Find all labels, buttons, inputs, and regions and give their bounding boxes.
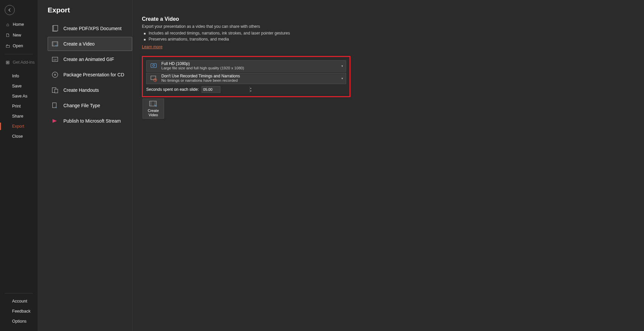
- sidebar-item-print[interactable]: Print: [0, 101, 38, 111]
- sidebar-label-addins: Get Add-ins: [13, 60, 35, 65]
- sidebar-label-save-as: Save As: [12, 94, 28, 98]
- svg-rect-10: [151, 64, 157, 68]
- sidebar-item-get-addins[interactable]: ⊞ Get Add-ins: [0, 57, 38, 68]
- seconds-input[interactable]: [202, 86, 250, 92]
- sidebar-item-save[interactable]: Save: [0, 81, 38, 91]
- page-title: Export: [48, 6, 132, 14]
- detail-subtitle: Export your presentation as a video that…: [142, 24, 644, 29]
- timings-title: Don't Use Recorded Timings and Narration…: [161, 74, 240, 78]
- file-icon: 🗋: [5, 32, 11, 38]
- timings-desc: No timings or narrations have been recor…: [161, 78, 240, 83]
- export-option-label: Package Presentation for CD: [63, 72, 124, 77]
- sidebar-label-account: Account: [12, 299, 27, 304]
- video-icon: [50, 40, 60, 48]
- export-options-panel: Export Create PDF/XPS Document Create a …: [38, 0, 132, 331]
- sidebar-item-share[interactable]: Share: [0, 111, 38, 121]
- arrow-left-icon: [7, 8, 12, 12]
- learn-more-link[interactable]: Learn more: [142, 45, 162, 49]
- spinner-up[interactable]: ▲: [250, 86, 252, 89]
- sidebar-label-export: Export: [12, 124, 24, 129]
- create-video-icon: [149, 100, 158, 108]
- sidebar-item-options[interactable]: Options: [0, 316, 38, 326]
- svg-rect-8: [55, 89, 58, 93]
- detail-bullet: Includes all recorded timings, narration…: [149, 30, 644, 36]
- sidebar-label-home: Home: [13, 22, 24, 27]
- monitor-icon: [149, 62, 158, 70]
- svg-rect-14: [150, 101, 156, 106]
- highlighted-settings-box: Full HD (1080p) Large file size and full…: [142, 56, 351, 97]
- svg-rect-12: [151, 76, 156, 80]
- spinner-down[interactable]: ▼: [250, 89, 252, 92]
- export-option-label: Create PDF/XPS Document: [63, 26, 122, 31]
- export-option-label: Create Handouts: [63, 87, 99, 93]
- sidebar-item-export[interactable]: Export: [0, 121, 38, 131]
- export-option-label: Change File Type: [63, 103, 100, 108]
- export-option-pdf[interactable]: Create PDF/XPS Document: [48, 21, 132, 36]
- sidebar-label-save: Save: [12, 84, 22, 88]
- sidebar-label-info: Info: [12, 74, 19, 78]
- chevron-down-icon: ▾: [341, 64, 343, 68]
- svg-point-6: [54, 74, 56, 75]
- cd-icon: [50, 71, 60, 78]
- export-option-label: Publish to Microsoft Stream: [63, 118, 121, 124]
- export-option-handouts[interactable]: Create Handouts: [48, 83, 132, 97]
- seconds-spinner[interactable]: ▲ ▼: [202, 86, 220, 93]
- sidebar-item-close[interactable]: Close: [0, 131, 38, 141]
- create-video-button[interactable]: CreateVideo: [143, 98, 164, 119]
- sidebar-item-save-as[interactable]: Save As: [0, 91, 38, 101]
- quality-desc: Large file size and full high quality (1…: [161, 66, 244, 71]
- sidebar-label-new: New: [13, 33, 21, 38]
- create-video-label: CreateVideo: [148, 109, 159, 117]
- sidebar-item-home[interactable]: ⌂ Home: [0, 19, 38, 30]
- stream-icon: [50, 117, 60, 125]
- export-option-cd[interactable]: Package Presentation for CD: [48, 68, 132, 82]
- svg-point-5: [52, 72, 58, 78]
- seconds-row: Seconds spent on each slide: ▲ ▼: [146, 86, 346, 93]
- sidebar-item-feedback[interactable]: Feedback: [0, 306, 38, 316]
- sidebar-item-account[interactable]: Account: [0, 296, 38, 306]
- addins-icon: ⊞: [5, 60, 11, 65]
- sidebar-label-print: Print: [12, 104, 21, 109]
- timings-icon: [149, 75, 158, 82]
- detail-bullet: Preserves animations, transitions, and m…: [149, 36, 644, 42]
- export-option-label: Create a Video: [63, 41, 95, 47]
- detail-heading: Create a Video: [142, 16, 644, 22]
- export-option-label: Create an Animated GIF: [63, 57, 114, 62]
- svg-text:GIF: GIF: [53, 59, 57, 61]
- sidebar: ⌂ Home 🗋 New 🗀 Open ⊞ Get Add-ins Info S…: [0, 0, 38, 331]
- back-button[interactable]: [5, 5, 15, 15]
- quality-title: Full HD (1080p): [161, 61, 244, 66]
- sidebar-label-options: Options: [12, 319, 26, 324]
- svg-point-11: [153, 64, 155, 66]
- filetype-icon: [50, 102, 60, 109]
- sidebar-item-new[interactable]: 🗋 New: [0, 30, 38, 41]
- quality-dropdown[interactable]: Full HD (1080p) Large file size and full…: [146, 60, 346, 72]
- sidebar-label-open: Open: [13, 44, 23, 48]
- sidebar-label-close: Close: [12, 134, 23, 139]
- pdf-icon: [50, 25, 60, 32]
- chevron-down-icon: ▾: [341, 77, 343, 80]
- sidebar-label-feedback: Feedback: [12, 309, 31, 314]
- gif-icon: GIF: [50, 56, 60, 63]
- sidebar-item-open[interactable]: 🗀 Open: [0, 41, 38, 51]
- export-option-video[interactable]: Create a Video: [48, 37, 132, 51]
- export-option-gif[interactable]: GIF Create an Animated GIF: [48, 52, 132, 66]
- timings-dropdown[interactable]: Don't Use Recorded Timings and Narration…: [146, 73, 346, 84]
- sidebar-item-info[interactable]: Info: [0, 71, 38, 81]
- svg-rect-1: [53, 25, 58, 31]
- sidebar-label-share: Share: [12, 114, 23, 119]
- seconds-label: Seconds spent on each slide:: [146, 87, 199, 92]
- folder-icon: 🗀: [5, 43, 11, 49]
- handouts-icon: [50, 86, 60, 94]
- export-option-stream[interactable]: Publish to Microsoft Stream: [48, 114, 132, 128]
- export-option-filetype[interactable]: Change File Type: [48, 98, 132, 113]
- export-detail-panel: Create a Video Export your presentation …: [132, 0, 644, 331]
- home-icon: ⌂: [5, 22, 11, 27]
